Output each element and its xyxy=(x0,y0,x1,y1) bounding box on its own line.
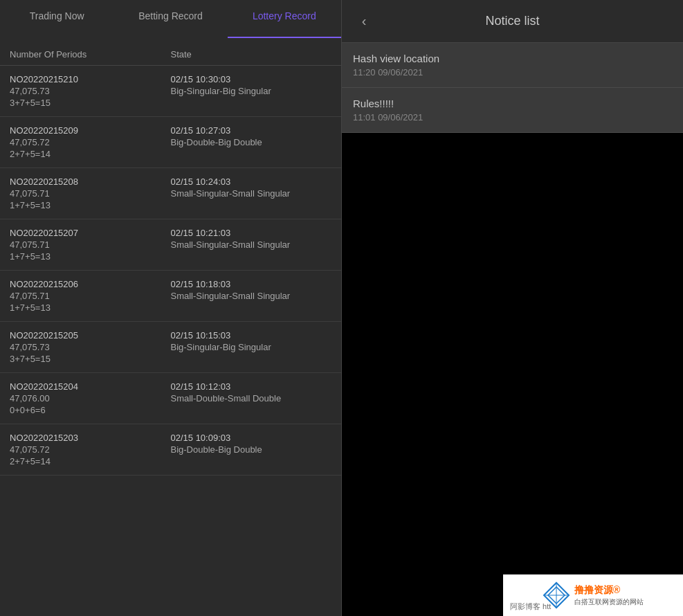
record-row[interactable]: NO20220215203 47,075.72 2+7+5=14 02/15 1… xyxy=(0,424,341,475)
record-id: NO20220215210 xyxy=(10,74,171,84)
record-formula: 2+7+5=14 xyxy=(10,456,171,466)
record-row[interactable]: NO20220215207 47,075.71 1+7+5=13 02/15 1… xyxy=(0,219,341,271)
record-id: NO20220215209 xyxy=(10,125,171,136)
record-row[interactable]: NO20220215205 47,075.73 3+7+5=15 02/15 1… xyxy=(0,322,341,373)
record-row[interactable]: NO20220215209 47,075.72 2+7+5=14 02/15 1… xyxy=(0,117,341,168)
record-time: 02/15 10:27:03 xyxy=(171,125,332,136)
record-value: 47,075.72 xyxy=(10,444,171,455)
record-left-6: NO20220215204 47,076.00 0+0+6=6 xyxy=(10,381,171,415)
record-right-2: 02/15 10:24:03 Small-Singular-Small Sing… xyxy=(171,176,332,199)
record-time: 02/15 10:24:03 xyxy=(171,176,332,187)
record-state: Small-Double-Small Double xyxy=(171,393,332,404)
record-formula: 3+7+5=15 xyxy=(10,354,171,364)
record-id: NO20220215205 xyxy=(10,330,171,341)
record-left-5: NO20220215205 47,075.73 3+7+5=15 xyxy=(10,330,171,364)
record-value: 47,075.71 xyxy=(10,188,171,199)
notice-list: Hash view location 11:20 09/06/2021 Rule… xyxy=(342,43,683,133)
records-list: NO20220215210 47,075.73 3+7+5=15 02/15 1… xyxy=(0,66,341,616)
record-state: Small-Singular-Small Singular xyxy=(171,239,332,250)
notice-header: ‹ Notice list xyxy=(342,0,683,43)
record-value: 47,075.73 xyxy=(10,86,171,96)
record-right-4: 02/15 10:18:03 Small-Singular-Small Sing… xyxy=(171,279,332,301)
record-row[interactable]: NO20220215206 47,075.71 1+7+5=13 02/15 1… xyxy=(0,271,341,322)
record-value: 47,075.71 xyxy=(10,291,171,301)
notice-title: Notice list xyxy=(375,14,650,28)
record-formula: 1+7+5=13 xyxy=(10,302,171,313)
record-formula: 0+0+6=6 xyxy=(10,405,171,415)
record-state: Big-Double-Big Double xyxy=(171,137,332,147)
record-id: NO20220215204 xyxy=(10,381,171,392)
record-right-7: 02/15 10:09:03 Big-Double-Big Double xyxy=(171,433,332,455)
record-left-7: NO20220215203 47,075.72 2+7+5=14 xyxy=(10,433,171,466)
record-left-2: NO20220215208 47,075.71 1+7+5=13 xyxy=(10,176,171,210)
brand-name: 撸撸资源® xyxy=(574,583,644,597)
black-area: 撸撸资源® 白搭互联网资源的网站 阿影博客 htt xyxy=(342,133,683,616)
watermark-url: 阿影博客 htt xyxy=(510,601,551,612)
record-state: Big-Double-Big Double xyxy=(171,444,332,455)
watermark-text: 撸撸资源® 白搭互联网资源的网站 xyxy=(574,583,644,607)
record-state: Big-Singular-Big Singular xyxy=(171,342,332,352)
record-time: 02/15 10:09:03 xyxy=(171,433,332,443)
record-state: Small-Singular-Small Singular xyxy=(171,291,332,301)
record-left-1: NO20220215209 47,075.72 2+7+5=14 xyxy=(10,125,171,159)
record-time: 02/15 10:12:03 xyxy=(171,381,332,392)
record-left-4: NO20220215206 47,075.71 1+7+5=13 xyxy=(10,279,171,313)
record-id: NO20220215203 xyxy=(10,433,171,443)
record-value: 47,075.72 xyxy=(10,137,171,147)
tab-betting[interactable]: Betting Record xyxy=(113,0,227,38)
record-time: 02/15 10:21:03 xyxy=(171,228,332,238)
tab-bar: Trading Now Betting Record Lottery Recor… xyxy=(0,0,341,38)
col-header-state: State xyxy=(171,49,332,60)
record-row[interactable]: NO20220215204 47,076.00 0+0+6=6 02/15 10… xyxy=(0,373,341,424)
watermark-logo: 撸撸资源® 白搭互联网资源的网站 xyxy=(543,581,644,609)
record-right-1: 02/15 10:27:03 Big-Double-Big Double xyxy=(171,125,332,147)
right-panel: ‹ Notice list Hash view location 11:20 0… xyxy=(341,0,683,616)
record-id: NO20220215207 xyxy=(10,228,171,238)
notice-item-title: Hash view location xyxy=(353,53,672,64)
record-right-5: 02/15 10:15:03 Big-Singular-Big Singular xyxy=(171,330,332,352)
column-headers: Number Of Periods State xyxy=(0,38,341,66)
record-value: 47,075.73 xyxy=(10,342,171,352)
tab-lottery[interactable]: Lottery Record xyxy=(228,0,341,38)
tab-trading[interactable]: Trading Now xyxy=(0,0,113,38)
watermark: 撸撸资源® 白搭互联网资源的网站 阿影博客 htt xyxy=(503,574,683,616)
notice-item[interactable]: Hash view location 11:20 09/06/2021 xyxy=(342,43,683,88)
record-formula: 3+7+5=15 xyxy=(10,98,171,108)
record-right-0: 02/15 10:30:03 Big-Singular-Big Singular xyxy=(171,74,332,96)
left-panel: Trading Now Betting Record Lottery Recor… xyxy=(0,0,341,616)
record-state: Small-Singular-Small Singular xyxy=(171,188,332,199)
record-formula: 1+7+5=13 xyxy=(10,200,171,210)
record-formula: 2+7+5=14 xyxy=(10,149,171,159)
record-left-0: NO20220215210 47,075.73 3+7+5=15 xyxy=(10,74,171,108)
record-id: NO20220215206 xyxy=(10,279,171,289)
record-left-3: NO20220215207 47,075.71 1+7+5=13 xyxy=(10,228,171,262)
brand-sub: 白搭互联网资源的网站 xyxy=(574,597,644,607)
back-button[interactable]: ‹ xyxy=(353,10,375,33)
record-right-3: 02/15 10:21:03 Small-Singular-Small Sing… xyxy=(171,228,332,250)
record-formula: 1+7+5=13 xyxy=(10,251,171,262)
record-row[interactable]: NO20220215210 47,075.73 3+7+5=15 02/15 1… xyxy=(0,66,341,117)
record-time: 02/15 10:18:03 xyxy=(171,279,332,289)
record-time: 02/15 10:30:03 xyxy=(171,74,332,84)
record-value: 47,075.71 xyxy=(10,239,171,250)
record-row[interactable]: NO20220215208 47,075.71 1+7+5=13 02/15 1… xyxy=(0,168,341,219)
record-right-6: 02/15 10:12:03 Small-Double-Small Double xyxy=(171,381,332,404)
record-time: 02/15 10:15:03 xyxy=(171,330,332,341)
notice-item-time: 11:20 09/06/2021 xyxy=(353,67,672,78)
record-state: Big-Singular-Big Singular xyxy=(171,86,332,96)
notice-item-title: Rules!!!!! xyxy=(353,98,672,109)
notice-item-time: 11:01 09/06/2021 xyxy=(353,112,672,123)
record-value: 47,076.00 xyxy=(10,393,171,404)
col-header-periods: Number Of Periods xyxy=(10,49,171,60)
notice-item[interactable]: Rules!!!!! 11:01 09/06/2021 xyxy=(342,88,683,133)
record-id: NO20220215208 xyxy=(10,176,171,187)
